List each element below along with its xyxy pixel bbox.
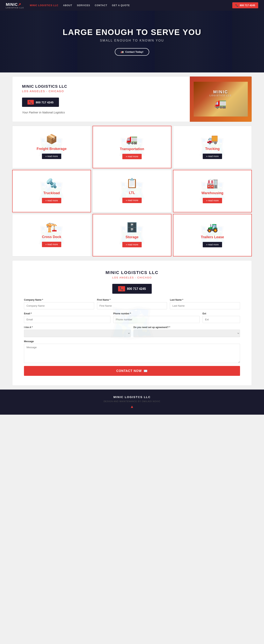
select-agreement[interactable] (134, 330, 240, 337)
textarea-message[interactable] (24, 344, 240, 363)
service-card-trucking: 🗺️ 🚚 Trucking » read more (173, 126, 252, 168)
trucking-read-more[interactable]: » read more (203, 154, 222, 159)
service-card-transportation: 🗺️ 🚛 Transportation » read more (92, 126, 172, 168)
contact-company-name: MINIC LOGISTICS LLC (24, 270, 240, 275)
form-group-agreement: Do you need set up agreement? * (134, 326, 240, 337)
transportation-read-more[interactable]: » read more (122, 154, 142, 159)
phone-icon-red: 📞 (28, 100, 34, 104)
service-card-cross-dock: 🗺️ 🏗️ Cross Dock » read more (12, 214, 91, 256)
truck-icon: 🚛 (120, 50, 124, 53)
label-email: Email * (24, 312, 110, 315)
about-right-image: MINIC LOGISTICS LLC 🚛 (190, 76, 252, 122)
truckload-read-more[interactable]: » read more (42, 198, 62, 203)
label-message: Message (24, 340, 240, 343)
service-title-freight-brokerage: Freight Brokerage (36, 147, 66, 151)
form-group-company-name: Company Name * (24, 298, 94, 309)
transportation-icon: 🚛 (126, 134, 138, 145)
service-title-trucking: Trucking (205, 147, 220, 151)
warehousing-icon: 🏭 (206, 178, 218, 189)
ltl-icon: 📋 (126, 178, 138, 188)
form-group-i-am-a: I Am A * (24, 326, 131, 337)
nav-link-minic[interactable]: MINIC LOGISTICS LLC (30, 4, 58, 7)
ltl-read-more[interactable]: » read more (122, 198, 142, 203)
hero-cta-label: Contact Today! (125, 50, 144, 53)
nav-link-about[interactable]: ABOUT (63, 4, 72, 7)
form-row-message: Message (24, 340, 240, 363)
footer: MINIC LOGISTCS LLC DESIGN AND MAINTENANC… (0, 390, 264, 415)
form-row-dropdowns: I Am A * Do you need set up agreement? * (24, 326, 240, 337)
service-card-trailers-lease: 🗺️ 🚜 Trailers Lease » read more (173, 214, 252, 256)
input-company-name[interactable] (24, 302, 94, 309)
label-phone: Phone number * (113, 312, 200, 315)
trucking-icon: 🚚 (206, 134, 218, 144)
cross-dock-read-more[interactable]: » read more (42, 242, 62, 247)
about-left: MINIC LOGISTICS LLC LOS ANGELES - CHICAG… (12, 76, 190, 122)
form-row-company: Company Name * First Name * Last Name * (24, 298, 240, 309)
nav-logo: MINIC↗ LOGISTICS LLC (6, 2, 24, 9)
envelope-icon: ✉️ (144, 369, 148, 373)
storage-icon: 🗄️ (126, 222, 138, 233)
form-group-ext: Ext (202, 312, 240, 323)
input-last-name[interactable] (170, 302, 240, 309)
form-row-contact: Email * Phone number * Ext (24, 312, 240, 323)
nav-phone-button[interactable]: 📞 800 717 4245 (232, 2, 258, 8)
input-phone[interactable] (113, 316, 200, 323)
about-company-name: MINIC LOGISTICS LLC (22, 84, 180, 89)
services-section: 🗺️ 📦 Freight Brokerage » read more 🗺️ 🚛 … (12, 126, 252, 256)
footer-icon: ▲ (6, 404, 258, 409)
label-agreement: Do you need set up agreement? * (134, 326, 240, 329)
contact-phone-icon: 📞 (118, 286, 125, 291)
select-i-am-a[interactable] (24, 330, 131, 337)
service-title-transportation: Transportation (120, 147, 144, 151)
about-location: LOS ANGELES - CHICAGO (22, 90, 180, 93)
nav-links: MINIC LOGISTICS LLC ABOUT SERVICES CONTA… (30, 4, 232, 7)
contact-location: LOS ANGELES - CHICAGO (24, 276, 240, 279)
form-group-phone: Phone number * (113, 312, 200, 323)
cross-dock-icon: 🏗️ (46, 222, 58, 233)
service-title-truckload: Truckload (43, 191, 60, 195)
label-i-am-a: I Am A * (24, 326, 131, 329)
about-phone-button[interactable]: 📞 800 717 4245 (22, 98, 59, 107)
form-group-message: Message (24, 340, 240, 363)
hero-subtitle: SMALL ENOUGH TO KNOWN YOU (100, 39, 164, 42)
nav-link-contact[interactable]: CONTACT (95, 4, 107, 7)
footer-logo: MINIC LOGISTCS LLC (6, 395, 258, 398)
contact-phone-number: 800 717 4245 (127, 287, 146, 290)
nav-phone-number: 800 717 4245 (240, 4, 255, 7)
footer-credit: DESIGN AND MAINTENANCE BY OMILADI NOVIC (6, 400, 258, 402)
freight-brokerage-read-more[interactable]: » read more (42, 154, 62, 159)
input-email[interactable] (24, 316, 110, 323)
trailers-lease-read-more[interactable]: » read more (203, 242, 222, 247)
service-title-warehousing: Warehousing (202, 191, 223, 195)
contact-section: 🗺️ MINIC LOGISTICS LLC LOS ANGELES - CHI… (12, 260, 252, 386)
nav-link-quote[interactable]: GET A QUOTE (112, 4, 130, 7)
nav-link-services[interactable]: SERVICES (77, 4, 90, 7)
label-company-name: Company Name * (24, 298, 94, 301)
contact-phone-button[interactable]: 📞 800 717 4245 (112, 284, 152, 294)
service-title-trailers-lease: Trailers Lease (201, 235, 224, 239)
truckload-icon: 🔩 (46, 178, 58, 189)
hero-cta-button[interactable]: 🚛 Contact Today! (115, 48, 149, 56)
label-last-name: Last Name * (170, 298, 240, 301)
service-card-storage: 🗺️ 🗄️ Storage » read more (92, 214, 172, 256)
input-first-name[interactable] (97, 302, 167, 309)
service-title-ltl: LTL (129, 191, 135, 195)
storage-read-more[interactable]: » read more (122, 242, 142, 247)
warehousing-read-more[interactable]: » read more (203, 198, 222, 203)
phone-icon: 📞 (236, 4, 238, 7)
service-title-storage: Storage (126, 235, 138, 239)
contact-submit-button[interactable]: Contact Now ✉️ (24, 366, 240, 376)
hero-title: LARGE ENOUGH TO SERVE YOU (62, 28, 201, 37)
about-phone-number: 800 717 4245 (36, 101, 54, 104)
about-section: MINIC LOGISTICS LLC LOS ANGELES - CHICAG… (12, 76, 252, 122)
hero-section: LARGE ENOUGH TO SERVE YOU SMALL ENOUGH T… (0, 11, 264, 72)
about-tagline: Your Partner in National Logistics (22, 111, 180, 114)
form-group-email: Email * (24, 312, 110, 323)
input-ext[interactable] (202, 316, 240, 323)
service-card-truckload: 🗺️ 🔩 Truckload » read more (12, 170, 91, 212)
trailers-lease-icon: 🚜 (206, 222, 218, 233)
form-group-last-name: Last Name * (170, 298, 240, 309)
freight-brokerage-icon: 📦 (46, 134, 58, 144)
service-card-ltl: 🗺️ 📋 LTL » read more (92, 170, 172, 212)
label-first-name: First Name * (97, 298, 167, 301)
